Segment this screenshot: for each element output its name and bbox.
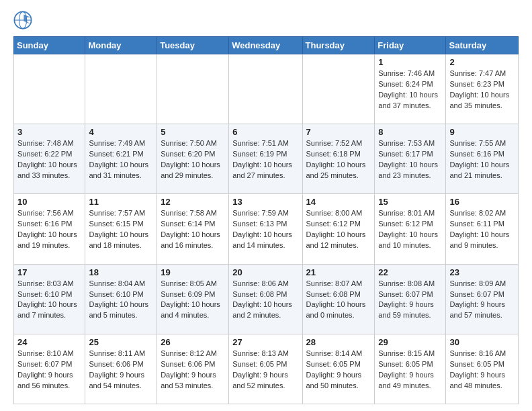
- calendar-cell: 11Sunrise: 7:57 AMSunset: 6:15 PMDayligh…: [85, 194, 157, 264]
- week-row-2: 3Sunrise: 7:48 AMSunset: 6:22 PMDaylight…: [14, 124, 519, 194]
- calendar-table: SundayMondayTuesdayWednesdayThursdayFrid…: [13, 36, 519, 404]
- calendar-cell: 18Sunrise: 8:04 AMSunset: 6:10 PMDayligh…: [85, 264, 157, 334]
- weekday-thursday: Thursday: [302, 37, 375, 54]
- day-number: 6: [232, 127, 298, 137]
- day-number: 11: [89, 197, 153, 207]
- cell-info: Sunrise: 7:46 AMSunset: 6:24 PMDaylight:…: [378, 68, 442, 111]
- calendar-cell: [157, 54, 229, 124]
- page: SundayMondayTuesdayWednesdayThursdayFrid…: [0, 0, 532, 411]
- logo-icon: [13, 11, 32, 30]
- calendar-cell: [302, 54, 375, 124]
- weekday-sunday: Sunday: [14, 37, 85, 54]
- calendar-cell: 13Sunrise: 7:59 AMSunset: 6:13 PMDayligh…: [229, 194, 302, 264]
- cell-info: Sunrise: 8:01 AMSunset: 6:12 PMDaylight:…: [378, 208, 442, 251]
- cell-info: Sunrise: 8:02 AMSunset: 6:11 PMDaylight:…: [449, 208, 515, 251]
- cell-info: Sunrise: 7:48 AMSunset: 6:22 PMDaylight:…: [17, 138, 81, 181]
- cell-info: Sunrise: 8:05 AMSunset: 6:09 PMDaylight:…: [161, 279, 225, 322]
- calendar-header: SundayMondayTuesdayWednesdayThursdayFrid…: [14, 37, 519, 54]
- calendar-cell: 20Sunrise: 8:06 AMSunset: 6:08 PMDayligh…: [229, 264, 302, 334]
- cell-info: Sunrise: 8:11 AMSunset: 6:06 PMDaylight:…: [89, 349, 153, 392]
- calendar-cell: [85, 54, 157, 124]
- calendar-cell: 2Sunrise: 7:47 AMSunset: 6:23 PMDaylight…: [446, 54, 519, 124]
- day-number: 5: [161, 127, 225, 137]
- cell-info: Sunrise: 7:58 AMSunset: 6:14 PMDaylight:…: [161, 208, 225, 251]
- calendar-cell: 24Sunrise: 8:10 AMSunset: 6:07 PMDayligh…: [14, 334, 85, 404]
- cell-info: Sunrise: 8:14 AMSunset: 6:05 PMDaylight:…: [306, 349, 371, 392]
- day-number: 1: [378, 57, 442, 67]
- day-number: 21: [306, 267, 371, 277]
- calendar-cell: 27Sunrise: 8:13 AMSunset: 6:05 PMDayligh…: [229, 334, 302, 404]
- day-number: 12: [161, 197, 225, 207]
- day-number: 8: [378, 127, 442, 137]
- day-number: 3: [17, 127, 81, 137]
- day-number: 16: [449, 197, 515, 207]
- cell-info: Sunrise: 7:50 AMSunset: 6:20 PMDaylight:…: [161, 138, 225, 181]
- week-row-4: 17Sunrise: 8:03 AMSunset: 6:10 PMDayligh…: [14, 264, 519, 334]
- day-number: 29: [378, 337, 442, 347]
- day-number: 17: [17, 267, 81, 277]
- calendar-cell: 1Sunrise: 7:46 AMSunset: 6:24 PMDaylight…: [375, 54, 446, 124]
- day-number: 23: [449, 267, 515, 277]
- calendar-cell: 6Sunrise: 7:51 AMSunset: 6:19 PMDaylight…: [229, 124, 302, 194]
- calendar-cell: 3Sunrise: 7:48 AMSunset: 6:22 PMDaylight…: [14, 124, 85, 194]
- day-number: 4: [89, 127, 153, 137]
- day-number: 27: [232, 337, 298, 347]
- cell-info: Sunrise: 7:47 AMSunset: 6:23 PMDaylight:…: [449, 68, 515, 111]
- calendar-cell: 7Sunrise: 7:52 AMSunset: 6:18 PMDaylight…: [302, 124, 375, 194]
- cell-info: Sunrise: 8:16 AMSunset: 6:05 PMDaylight:…: [449, 349, 515, 392]
- cell-info: Sunrise: 8:06 AMSunset: 6:08 PMDaylight:…: [232, 279, 298, 322]
- svg-marker-3: [24, 15, 30, 24]
- weekday-monday: Monday: [85, 37, 157, 54]
- day-number: 18: [89, 267, 153, 277]
- calendar-cell: 14Sunrise: 8:00 AMSunset: 6:12 PMDayligh…: [302, 194, 375, 264]
- header: [13, 11, 519, 30]
- calendar-cell: 21Sunrise: 8:07 AMSunset: 6:08 PMDayligh…: [302, 264, 375, 334]
- day-number: 7: [306, 127, 371, 137]
- calendar-cell: 22Sunrise: 8:08 AMSunset: 6:07 PMDayligh…: [375, 264, 446, 334]
- cell-info: Sunrise: 7:49 AMSunset: 6:21 PMDaylight:…: [89, 138, 153, 181]
- cell-info: Sunrise: 8:13 AMSunset: 6:05 PMDaylight:…: [232, 349, 298, 392]
- cell-info: Sunrise: 8:12 AMSunset: 6:06 PMDaylight:…: [161, 349, 225, 392]
- day-number: 30: [449, 337, 515, 347]
- cell-info: Sunrise: 8:07 AMSunset: 6:08 PMDaylight:…: [306, 279, 371, 322]
- cell-info: Sunrise: 7:53 AMSunset: 6:17 PMDaylight:…: [378, 138, 442, 181]
- calendar-cell: 19Sunrise: 8:05 AMSunset: 6:09 PMDayligh…: [157, 264, 229, 334]
- week-row-5: 24Sunrise: 8:10 AMSunset: 6:07 PMDayligh…: [14, 334, 519, 404]
- cell-info: Sunrise: 7:55 AMSunset: 6:16 PMDaylight:…: [449, 138, 515, 181]
- day-number: 9: [449, 127, 515, 137]
- calendar-cell: [14, 54, 85, 124]
- logo: [13, 11, 35, 30]
- cell-info: Sunrise: 8:00 AMSunset: 6:12 PMDaylight:…: [306, 208, 371, 251]
- day-number: 25: [89, 337, 153, 347]
- day-number: 28: [306, 337, 371, 347]
- calendar-cell: 5Sunrise: 7:50 AMSunset: 6:20 PMDaylight…: [157, 124, 229, 194]
- calendar-cell: 16Sunrise: 8:02 AMSunset: 6:11 PMDayligh…: [446, 194, 519, 264]
- weekday-header-row: SundayMondayTuesdayWednesdayThursdayFrid…: [14, 37, 519, 54]
- calendar-cell: 8Sunrise: 7:53 AMSunset: 6:17 PMDaylight…: [375, 124, 446, 194]
- cell-info: Sunrise: 8:04 AMSunset: 6:10 PMDaylight:…: [89, 279, 153, 322]
- weekday-tuesday: Tuesday: [157, 37, 229, 54]
- calendar-cell: 28Sunrise: 8:14 AMSunset: 6:05 PMDayligh…: [302, 334, 375, 404]
- cell-info: Sunrise: 7:52 AMSunset: 6:18 PMDaylight:…: [306, 138, 371, 181]
- week-row-3: 10Sunrise: 7:56 AMSunset: 6:16 PMDayligh…: [14, 194, 519, 264]
- cell-info: Sunrise: 8:08 AMSunset: 6:07 PMDaylight:…: [378, 279, 442, 322]
- cell-info: Sunrise: 8:15 AMSunset: 6:05 PMDaylight:…: [378, 349, 442, 392]
- calendar-cell: 17Sunrise: 8:03 AMSunset: 6:10 PMDayligh…: [14, 264, 85, 334]
- calendar-cell: 23Sunrise: 8:09 AMSunset: 6:07 PMDayligh…: [446, 264, 519, 334]
- day-number: 20: [232, 267, 298, 277]
- weekday-wednesday: Wednesday: [229, 37, 302, 54]
- calendar-body: 1Sunrise: 7:46 AMSunset: 6:24 PMDaylight…: [14, 54, 519, 404]
- day-number: 22: [378, 267, 442, 277]
- calendar-cell: 26Sunrise: 8:12 AMSunset: 6:06 PMDayligh…: [157, 334, 229, 404]
- calendar-cell: 25Sunrise: 8:11 AMSunset: 6:06 PMDayligh…: [85, 334, 157, 404]
- calendar-cell: 15Sunrise: 8:01 AMSunset: 6:12 PMDayligh…: [375, 194, 446, 264]
- cell-info: Sunrise: 7:51 AMSunset: 6:19 PMDaylight:…: [232, 138, 298, 181]
- calendar-cell: 12Sunrise: 7:58 AMSunset: 6:14 PMDayligh…: [157, 194, 229, 264]
- cell-info: Sunrise: 7:56 AMSunset: 6:16 PMDaylight:…: [17, 208, 81, 251]
- day-number: 19: [161, 267, 225, 277]
- cell-info: Sunrise: 8:09 AMSunset: 6:07 PMDaylight:…: [449, 279, 515, 322]
- calendar-cell: 29Sunrise: 8:15 AMSunset: 6:05 PMDayligh…: [375, 334, 446, 404]
- weekday-friday: Friday: [375, 37, 446, 54]
- day-number: 15: [378, 197, 442, 207]
- day-number: 26: [161, 337, 225, 347]
